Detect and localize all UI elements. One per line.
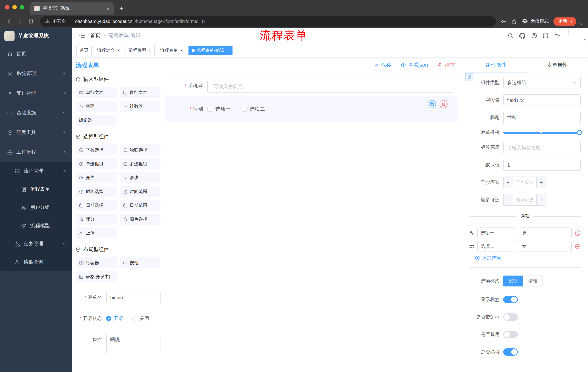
sidebar-item-task-manage[interactable]: 任务管理	[0, 235, 72, 253]
address-bar[interactable]: 不安全 dashboard.yudao.iocoder.cn/bpm/manag…	[40, 16, 496, 26]
sidebar-item-devtools[interactable]: 研发工具	[0, 123, 72, 142]
update-button[interactable]: 更新	[553, 17, 576, 26]
option-label-input[interactable]	[477, 241, 516, 252]
github-icon[interactable]	[519, 32, 525, 39]
palette-item[interactable]: 日期选择	[76, 200, 117, 211]
form-canvas[interactable]: 手机号 性别 选项一选项二	[165, 73, 465, 372]
page-tab-process-model[interactable]: 流程模型×	[125, 46, 155, 55]
palette-item[interactable]: 开关	[76, 172, 117, 183]
avatar[interactable]	[568, 28, 569, 35]
palette-item[interactable]: 颜色选择	[119, 214, 160, 224]
field-gender-selected[interactable]: 性别 选项一选项二	[165, 96, 458, 122]
remark-textarea[interactable]: 嘿嘿	[106, 334, 160, 354]
close-window-button[interactable]	[5, 5, 10, 10]
sidebar-item-payment[interactable]: ¥支付管理	[0, 83, 72, 103]
page-tab-home[interactable]: 首页	[76, 46, 92, 55]
slider-handle[interactable]	[577, 130, 582, 135]
palette-item[interactable]: 级联选择	[119, 145, 160, 155]
page-tab-process-definition[interactable]: 流程定义×	[94, 46, 123, 55]
user-menu[interactable]	[568, 29, 582, 43]
forward-button[interactable]	[15, 17, 25, 26]
back-button[interactable]	[4, 17, 14, 26]
radio-on[interactable]: 开启	[106, 315, 123, 322]
drag-handle[interactable]	[469, 244, 474, 249]
bookmark-star-icon[interactable]	[511, 18, 517, 24]
palette-item[interactable]: 下拉选择	[76, 145, 117, 155]
sidebar-item-infra[interactable]: 基础设施	[0, 103, 72, 123]
kebab-menu-icon[interactable]	[569, 19, 574, 24]
search-icon[interactable]	[508, 33, 514, 39]
minimize-window-button[interactable]	[12, 5, 17, 10]
fullscreen-icon[interactable]	[543, 33, 548, 38]
radio-off[interactable]: 关闭	[132, 315, 149, 322]
drag-handle[interactable]	[469, 230, 474, 236]
increment-button[interactable]: +	[536, 177, 546, 188]
palette-item[interactable]: 单选框组	[76, 158, 117, 169]
title-input[interactable]	[503, 112, 581, 123]
toggle-disabled[interactable]	[503, 331, 518, 338]
tab-close-icon[interactable]: ×	[149, 48, 151, 53]
security-label[interactable]: 不安全	[52, 18, 66, 24]
palette-item[interactable]: 评分	[76, 214, 117, 224]
palette-item[interactable]: 表格[开发中]	[76, 271, 117, 282]
view-json-button[interactable]: 查看json	[401, 62, 428, 68]
palette-item[interactable]: 密码	[76, 101, 117, 112]
palette-item[interactable]: 上传	[76, 227, 117, 238]
new-tab-button[interactable]: +	[114, 2, 129, 15]
link-button[interactable]	[465, 73, 473, 81]
option-value-input[interactable]	[519, 241, 572, 252]
increment-button[interactable]: +	[536, 194, 546, 205]
default-value-input[interactable]	[503, 159, 581, 171]
decrement-button[interactable]: −	[504, 194, 513, 205]
sidebar-item-workflow[interactable]: 工作流程	[0, 142, 72, 162]
style-button-button[interactable]: 按钮	[523, 276, 543, 287]
font-size-icon[interactable]: TT	[554, 32, 560, 39]
field-phone[interactable]: 手机号	[165, 80, 458, 93]
sidebar-item-home[interactable]: 首页	[0, 44, 72, 64]
decrement-button[interactable]: −	[504, 177, 513, 188]
palette-item[interactable]: 多选框组	[119, 158, 160, 169]
checkbox-option[interactable]: 选项二	[242, 106, 265, 112]
copy-component-button[interactable]	[428, 100, 436, 108]
palette-item[interactable]: 多行文本	[119, 87, 160, 98]
tab-close-icon[interactable]: ×	[117, 48, 120, 53]
option-value-input[interactable]	[519, 227, 572, 238]
breadcrumb-home[interactable]: 首页	[90, 32, 100, 39]
max-select-value[interactable]: 最多可选	[513, 194, 536, 205]
palette-item[interactable]: 单行文本	[76, 87, 117, 98]
sidebar-item-process-manage[interactable]: 流程管理	[0, 162, 72, 180]
min-select-value[interactable]: 至少应选	[513, 177, 536, 188]
sidebar-item-process-model[interactable]: 流程模型	[0, 217, 72, 235]
tab-close-icon[interactable]: ×	[227, 48, 230, 53]
logo[interactable]: 芋道管理系统	[0, 28, 72, 44]
sidebar-item-process-form[interactable]: 流程表单	[0, 180, 72, 198]
option-label-input[interactable]	[477, 227, 516, 238]
save-button[interactable]: 保存	[374, 62, 391, 68]
toggle-show-label[interactable]	[503, 296, 518, 303]
add-option-button[interactable]: 添加选项	[475, 255, 581, 261]
checkbox-icon[interactable]	[207, 107, 212, 112]
password-key-icon[interactable]	[501, 18, 506, 24]
help-icon[interactable]	[531, 33, 537, 39]
style-default-button[interactable]: 默认	[503, 276, 523, 287]
tab-close-icon[interactable]: ×	[105, 5, 111, 11]
clear-button[interactable]: 清空	[437, 62, 455, 68]
sidebar-item-user-group[interactable]: 用户分组	[0, 198, 72, 217]
collapse-sidebar-icon[interactable]	[76, 32, 90, 39]
component-type-select[interactable]: 多选框组	[503, 77, 581, 88]
page-tab-process-form-edit[interactable]: 流程表单-编辑×	[189, 46, 233, 55]
palette-item[interactable]: 编辑器	[76, 115, 117, 126]
zoom-window-button[interactable]	[20, 5, 24, 10]
sidebar-item-leave-query[interactable]: 请假查询	[0, 253, 72, 271]
palette-item[interactable]: 日期范围	[119, 200, 160, 211]
toggle-border[interactable]	[503, 313, 518, 321]
grid-slider[interactable]	[503, 130, 581, 135]
palette-item[interactable]: 按钮	[119, 257, 160, 268]
delete-component-button[interactable]	[440, 100, 448, 108]
form-name-input[interactable]	[106, 292, 161, 303]
chevron-down-icon[interactable]	[580, 22, 584, 26]
tab-component-props[interactable]: 组件属性	[465, 58, 527, 72]
toggle-required[interactable]	[503, 348, 518, 356]
browser-tab[interactable]: 芋道管理系统 ×	[30, 2, 114, 15]
sidebar-item-system[interactable]: 系统管理	[0, 64, 72, 83]
